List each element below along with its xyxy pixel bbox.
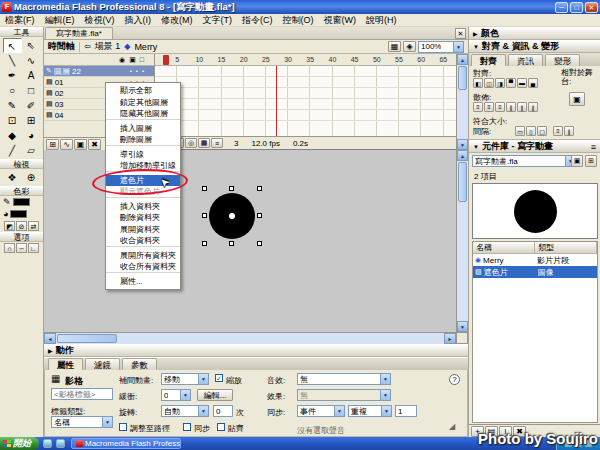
distribute-right-button[interactable]: ∥ bbox=[528, 102, 538, 112]
eraser-tool[interactable]: ▱ bbox=[22, 143, 41, 158]
scroll-up-button[interactable] bbox=[457, 150, 468, 161]
selection-handle[interactable] bbox=[257, 241, 262, 246]
context-menu-item[interactable]: 導引線 bbox=[106, 149, 180, 161]
breadcrumb-symbol[interactable]: Merry bbox=[134, 42, 157, 52]
document-tab[interactable]: 寫字動畫.fla* bbox=[45, 27, 113, 39]
free-transform-tool[interactable]: ⊡ bbox=[3, 113, 22, 128]
layer-row[interactable]: ✎ 圖層 22 ••• bbox=[44, 66, 154, 77]
add-motion-guide-button[interactable]: ∿ bbox=[60, 139, 73, 150]
menu-item[interactable]: 指令(C) bbox=[237, 14, 278, 27]
smooth-button[interactable]: ∽ bbox=[16, 243, 27, 253]
selection-handle[interactable] bbox=[257, 186, 262, 191]
edit-multiple-frames-button[interactable]: ▦ bbox=[198, 138, 210, 148]
ink-bottle-tool[interactable]: ◆ bbox=[3, 128, 22, 143]
properties-tab[interactable]: 濾鏡 bbox=[85, 358, 120, 370]
distribute-top-button[interactable]: ≡ bbox=[473, 102, 483, 112]
rotate-count-input[interactable] bbox=[213, 405, 233, 417]
align-tab[interactable]: 變形 bbox=[545, 54, 580, 66]
spinner-arrow-icon[interactable] bbox=[180, 390, 190, 400]
library-column-header[interactable]: 名稱 bbox=[473, 242, 535, 253]
dropdown-arrow-icon[interactable] bbox=[381, 406, 391, 416]
minimize-button[interactable]: ─ bbox=[555, 2, 568, 13]
collapse-arrow-icon[interactable]: ▶ bbox=[48, 347, 53, 354]
line-tool[interactable]: ╲ bbox=[3, 53, 22, 68]
library-column-header[interactable]: 類型 bbox=[535, 242, 597, 253]
zoom-tool[interactable]: ⊕ bbox=[22, 170, 41, 185]
maximize-button[interactable]: □ bbox=[570, 2, 583, 13]
scroll-right-button[interactable] bbox=[444, 333, 456, 344]
transform-center-point[interactable] bbox=[229, 213, 235, 219]
loop-count-input[interactable] bbox=[395, 405, 417, 417]
menu-item[interactable]: 修改(M) bbox=[156, 14, 198, 27]
back-icon[interactable]: ⇦ bbox=[84, 42, 91, 51]
oval-tool[interactable]: ○ bbox=[3, 83, 22, 98]
selection-handle[interactable] bbox=[202, 241, 207, 246]
straighten-button[interactable]: ∟ bbox=[28, 243, 39, 253]
scrollbar-thumb[interactable] bbox=[458, 162, 467, 202]
close-button[interactable]: ✕ bbox=[585, 2, 598, 13]
align-tab[interactable]: 對齊 bbox=[471, 54, 506, 66]
quick-launch-icon[interactable] bbox=[43, 439, 52, 448]
pen-tool[interactable]: ✒ bbox=[3, 68, 22, 83]
collapse-arrow-icon[interactable]: ▼ bbox=[473, 144, 479, 150]
frame-label-input[interactable] bbox=[51, 388, 113, 400]
menu-item[interactable]: 視窗(W) bbox=[319, 14, 362, 27]
document-close-button[interactable]: ✕ bbox=[455, 28, 466, 39]
insert-layer-folder-button[interactable]: ▣ bbox=[74, 139, 87, 150]
library-item-row[interactable]: ◉ Merry 影片片段 bbox=[473, 254, 597, 266]
dropdown-arrow-icon[interactable] bbox=[380, 390, 390, 400]
dropdown-arrow-icon[interactable] bbox=[198, 406, 208, 416]
gradient-transform-tool[interactable]: ⊞ bbox=[22, 113, 41, 128]
modify-onion-markers-button[interactable]: ≡ bbox=[211, 138, 223, 148]
rectangle-tool[interactable]: □ bbox=[22, 83, 41, 98]
help-button[interactable]: ? bbox=[449, 374, 460, 385]
to-stage-button[interactable]: ▣ bbox=[569, 92, 585, 106]
lasso-tool[interactable]: ∿ bbox=[22, 53, 41, 68]
distribute-h-center-button[interactable]: ∥ bbox=[517, 102, 527, 112]
subselection-tool[interactable]: ⇖ bbox=[22, 38, 41, 53]
layer-toggle-dots[interactable]: ••• bbox=[130, 68, 154, 74]
scrollbar-thumb[interactable] bbox=[57, 334, 117, 343]
distribute-v-center-button[interactable]: ≡ bbox=[484, 102, 494, 112]
eyedropper-tool[interactable]: ╱ bbox=[3, 143, 22, 158]
space-vertical-button[interactable]: ≡ bbox=[553, 126, 563, 136]
align-h-center-button[interactable]: ◫ bbox=[484, 78, 494, 88]
library-panel-header[interactable]: ▼ 元件庫 - 寫字動畫 ≡ bbox=[469, 140, 600, 153]
align-bottom-button[interactable]: ▄ bbox=[528, 78, 538, 88]
context-menu-item[interactable]: 屬性... bbox=[106, 276, 180, 288]
start-button[interactable]: 開始 bbox=[0, 437, 39, 450]
pencil-tool[interactable]: ✎ bbox=[3, 98, 22, 113]
context-menu-item[interactable]: 鎖定其他圖層 bbox=[106, 97, 180, 109]
scroll-down-button[interactable] bbox=[457, 139, 468, 150]
library-item-row[interactable]: ▨ 遮色片 圖像 bbox=[473, 266, 597, 278]
stage-vertical-scrollbar[interactable] bbox=[456, 150, 468, 332]
library-document-select[interactable]: 寫字動畫.fla bbox=[472, 155, 576, 167]
selected-shape[interactable] bbox=[203, 187, 261, 245]
selection-handle[interactable] bbox=[229, 186, 234, 191]
menu-item[interactable]: 說明(H) bbox=[361, 14, 402, 27]
context-menu-item[interactable]: 插入資料夾 bbox=[106, 201, 180, 213]
orient-to-path-checkbox[interactable] bbox=[119, 423, 127, 431]
color-panel-header[interactable]: ▶ 顏色 bbox=[469, 27, 600, 40]
scale-checkbox[interactable]: ✓ bbox=[215, 374, 223, 382]
zoom-select[interactable]: 100% bbox=[418, 41, 464, 53]
context-menu-item[interactable]: 插入圖層 bbox=[106, 123, 180, 135]
context-menu-item[interactable]: 刪除資料夾 bbox=[106, 212, 180, 224]
context-menu-item[interactable]: 隱藏其他圖層 bbox=[106, 108, 180, 120]
align-tab[interactable]: 資訊 bbox=[508, 54, 543, 66]
context-menu-item[interactable]: 收合所有資料夾 bbox=[106, 261, 180, 273]
library-item-name[interactable]: Merry bbox=[483, 256, 535, 265]
snap-to-objects-button[interactable]: ∩ bbox=[4, 243, 15, 253]
match-height-button[interactable]: ▯ bbox=[526, 126, 536, 136]
sound-select[interactable]: 無 bbox=[297, 373, 391, 385]
ease-input[interactable]: 0 bbox=[161, 389, 191, 401]
stroke-color-swatch[interactable] bbox=[13, 198, 30, 206]
tween-select[interactable]: 移動 bbox=[161, 373, 209, 385]
snap-checkbox[interactable] bbox=[217, 423, 225, 431]
selection-handle[interactable] bbox=[257, 213, 262, 218]
dropdown-arrow-icon[interactable] bbox=[380, 374, 390, 384]
outline-layers-icon[interactable]: □ bbox=[140, 56, 144, 63]
fill-color-swatch[interactable] bbox=[10, 210, 27, 218]
playhead[interactable] bbox=[163, 55, 169, 65]
lock-layers-icon[interactable]: ▣ bbox=[129, 56, 136, 64]
